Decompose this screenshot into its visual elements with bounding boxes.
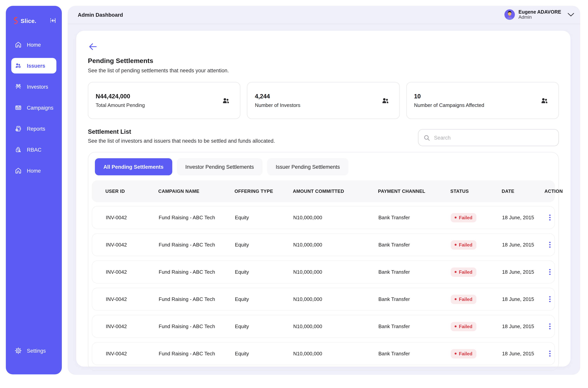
- people-icon: [221, 96, 231, 105]
- sidebar-item-label: Home: [27, 42, 41, 48]
- sidebar-item-label: Investors: [27, 84, 48, 90]
- cell-date: 18 June, 2015: [502, 242, 545, 248]
- user-menu[interactable]: Eugene ADAVORE Admin: [505, 9, 575, 20]
- table-header: USER ID CAMPAIGN NAME OFFERING TYPE AMOU…: [92, 180, 555, 202]
- col-payment-channel: PAYMENT CHANNEL: [378, 189, 450, 194]
- row-actions-kebab-icon[interactable]: [545, 321, 555, 331]
- status-dot: [455, 353, 457, 355]
- cell-amount: N10,000,000: [293, 242, 378, 248]
- cell-campaign: Fund Raising - ABC Tech: [159, 351, 235, 357]
- cell-offering: Equity: [235, 215, 293, 220]
- cell-user-id: INV-0042: [106, 215, 159, 220]
- cell-channel: Bank Transfer: [378, 323, 451, 329]
- sidebar-item-rbac[interactable]: RBAC: [11, 142, 56, 157]
- cell-user-id: INV-0042: [106, 242, 159, 248]
- sidebar-item-label: Campaigns: [27, 105, 53, 111]
- cell-amount: N10,000,000: [293, 351, 378, 357]
- sidebar-footer: Settings: [6, 343, 62, 364]
- cell-channel: Bank Transfer: [378, 351, 451, 357]
- table-row: INV-0042 Fund Raising - ABC Tech Equity …: [92, 315, 555, 338]
- sidebar-item-label: Issuers: [27, 63, 45, 69]
- status-badge: Failed: [451, 349, 476, 358]
- sidebar-item-label: Reports: [27, 126, 45, 132]
- tab-issuer-pending[interactable]: Issuer Pending Settlements: [267, 158, 348, 175]
- status-dot: [455, 325, 457, 327]
- row-actions-kebab-icon[interactable]: [545, 349, 555, 359]
- row-actions-kebab-icon[interactable]: [545, 213, 555, 222]
- sidebar-item-reports[interactable]: Reports: [11, 121, 56, 136]
- search-input[interactable]: [434, 135, 554, 141]
- user-role: Admin: [519, 15, 561, 20]
- sidebar-item-investors[interactable]: Investors: [11, 79, 56, 95]
- search-icon: [423, 134, 431, 141]
- page-subtitle: See the list of pending settlements that…: [88, 68, 559, 73]
- chevron-down-icon[interactable]: [567, 12, 575, 17]
- campaigns-icon: [14, 104, 22, 112]
- status-dot: [455, 271, 457, 273]
- row-actions-kebab-icon[interactable]: [545, 294, 555, 304]
- sidebar-collapse-icon[interactable]: [49, 17, 57, 24]
- col-date: DATE: [502, 189, 544, 194]
- search-box[interactable]: [418, 129, 559, 146]
- cell-date: 18 June, 2015: [502, 269, 545, 275]
- sidebar-item-home-2[interactable]: Home: [11, 163, 56, 178]
- cell-user-id: INV-0042: [106, 323, 159, 329]
- row-actions-kebab-icon[interactable]: [545, 267, 555, 277]
- cell-date: 18 June, 2015: [502, 323, 545, 329]
- cell-offering: Equity: [235, 351, 293, 357]
- status-badge: Failed: [451, 322, 476, 331]
- gear-icon: [14, 347, 22, 355]
- stat-label: Number of Investors: [255, 102, 300, 108]
- cell-campaign: Fund Raising - ABC Tech: [159, 323, 235, 329]
- list-title: Settlement List: [88, 128, 275, 135]
- row-actions-kebab-icon[interactable]: [545, 240, 555, 250]
- cell-user-id: INV-0042: [106, 296, 159, 302]
- people-icon: [381, 96, 390, 105]
- cell-user-id: INV-0042: [106, 351, 159, 357]
- table-row: INV-0042 Fund Raising - ABC Tech Equity …: [92, 261, 555, 283]
- stat-card-investors: 4,244 Number of Investors: [247, 82, 400, 119]
- cell-channel: Bank Transfer: [378, 269, 451, 275]
- sidebar-item-settings[interactable]: Settings: [11, 343, 56, 359]
- cell-channel: Bank Transfer: [378, 215, 451, 220]
- col-offering-type: OFFERING TYPE: [235, 189, 293, 194]
- stat-card-total-pending: N44,424,000 Total Amount Pending: [88, 82, 241, 119]
- list-subtitle: See the list of investors and issuers th…: [88, 138, 275, 144]
- sidebar-item-issuers[interactable]: Issuers: [11, 58, 56, 73]
- cell-user-id: INV-0042: [106, 269, 159, 275]
- sidebar-item-label: RBAC: [27, 147, 41, 153]
- stat-value: 4,244: [255, 93, 300, 100]
- issuers-icon: [14, 62, 22, 70]
- status-dot: [455, 244, 457, 246]
- stat-label: Number of Campaigns Affected: [414, 102, 484, 108]
- cell-channel: Bank Transfer: [378, 242, 451, 248]
- table-row: INV-0042 Fund Raising - ABC Tech Equity …: [92, 342, 555, 365]
- main-shell: Admin Dashboard Eugene: [68, 6, 580, 375]
- cell-date: 18 June, 2015: [502, 296, 545, 302]
- cell-offering: Equity: [235, 269, 293, 275]
- status-dot: [455, 298, 457, 300]
- tab-investor-pending[interactable]: Investor Pending Settlements: [177, 158, 263, 175]
- home-icon: [14, 167, 22, 174]
- col-campaign-name: CAMPAIGN NAME: [158, 189, 235, 194]
- col-user-id: USER ID: [105, 189, 158, 194]
- cell-offering: Equity: [235, 242, 293, 248]
- avatar: [505, 9, 515, 20]
- sidebar-item-campaigns[interactable]: Campaigns: [11, 100, 56, 116]
- sidebar-item-label: Home: [27, 168, 41, 174]
- sidebar-item-label: Settings: [27, 348, 46, 354]
- user-meta: Eugene ADAVORE Admin: [519, 9, 561, 20]
- settlements-panel: All Pending Settlements Investor Pending…: [88, 152, 559, 370]
- back-button[interactable]: [88, 42, 98, 52]
- col-status: STATUS: [450, 189, 502, 194]
- cell-campaign: Fund Raising - ABC Tech: [159, 242, 235, 248]
- people-icon: [540, 96, 549, 105]
- sidebar-item-home[interactable]: Home: [11, 37, 56, 52]
- cell-amount: N10,000,000: [293, 269, 378, 275]
- col-action: ACTION: [544, 189, 563, 194]
- tab-all-pending[interactable]: All Pending Settlements: [95, 158, 172, 175]
- home-icon: [14, 41, 22, 48]
- tabs: All Pending Settlements Investor Pending…: [95, 158, 555, 175]
- topbar: Admin Dashboard Eugene: [68, 6, 580, 24]
- col-amount-committed: AMOUNT COMMITTED: [293, 189, 378, 194]
